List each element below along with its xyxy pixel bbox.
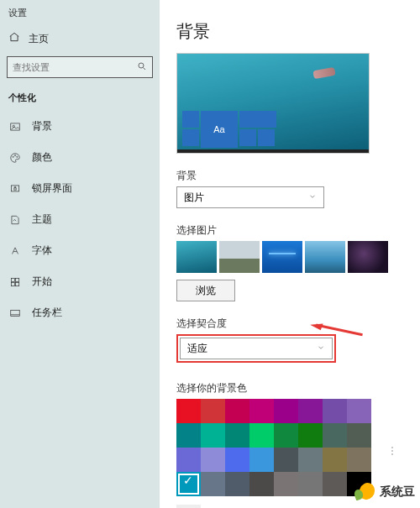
color-swatch[interactable] [249,472,274,496]
combo-value: 图片 [184,191,204,205]
color-swatch[interactable] [201,423,225,448]
color-swatch[interactable] [274,448,298,472]
color-swatch[interactable] [225,472,249,496]
color-swatch[interactable] [176,423,201,448]
search-icon [137,60,147,75]
color-swatch[interactable] [347,423,371,448]
annotation-highlight: 适应 [176,334,336,363]
color-swatch[interactable] [176,399,201,423]
color-swatch[interactable] [274,399,298,423]
thumbnail-1[interactable] [176,241,217,273]
sidebar-item-colors[interactable]: 颜色 [0,142,160,173]
color-swatch[interactable] [225,423,249,448]
svg-point-5 [14,154,15,155]
svg-rect-10 [16,278,19,281]
background-type-label: 背景 [176,169,407,183]
content-area: 背景 Aa 背景 图片 选择图片 [160,0,420,508]
color-swatch[interactable] [347,399,371,423]
nav-label: 任务栏 [32,306,62,320]
pick-image-label: 选择图片 [176,223,407,238]
svg-line-1 [144,68,146,71]
section-title: 个性化 [0,86,160,111]
color-swatch[interactable] [323,448,347,472]
nav-label: 主题 [32,212,52,227]
sidebar-item-fonts[interactable]: 字体 [0,235,160,266]
image-thumbnails [176,241,407,273]
sidebar-item-themes[interactable]: 主题 [0,204,160,235]
nav-label: 背景 [32,119,52,134]
home-icon [8,31,20,46]
font-icon [8,245,22,257]
svg-rect-8 [14,187,16,189]
color-swatch[interactable] [225,399,249,423]
chevron-down-icon [308,191,317,203]
color-swatch[interactable] [249,399,274,423]
home-button[interactable]: 主页 [0,24,160,53]
theme-icon [8,214,22,226]
watermark-text: 系统豆 [380,484,415,500]
sidebar-item-start[interactable]: 开始 [0,266,160,297]
nav-label: 锁屏界面 [32,181,72,196]
color-swatch-grid [176,399,371,496]
color-swatch[interactable] [298,448,323,472]
svg-rect-11 [11,282,14,285]
preview-tile-text: Aa [201,111,238,148]
search-field[interactable] [13,62,137,72]
color-swatch[interactable] [225,448,249,472]
svg-rect-12 [16,282,19,285]
background-preview: Aa [176,53,370,154]
color-swatch[interactable] [201,472,225,496]
color-swatch[interactable] [298,472,323,496]
home-label: 主页 [29,32,49,46]
thumbnail-3[interactable] [262,241,302,273]
color-swatch[interactable] [298,423,323,448]
color-swatch[interactable] [347,448,371,472]
watermark-logo [354,481,376,503]
nav-label: 开始 [32,275,52,289]
color-swatch[interactable] [323,399,347,423]
color-swatch[interactable] [298,399,323,423]
taskbar-icon [8,307,22,319]
combo-value: 适应 [187,342,207,356]
custom-color-button[interactable]: + [176,505,201,508]
color-swatch[interactable] [176,448,201,472]
thumbnail-5[interactable] [348,241,388,273]
preview-graphic [312,67,335,79]
thumbnail-4[interactable] [305,241,345,273]
svg-point-6 [17,156,18,157]
fit-combo[interactable]: 适应 [180,338,333,359]
thumbnail-2[interactable] [219,241,260,273]
sidebar: 设置 主页 个性化 背景 颜色 锁屏界面 主题 [0,0,160,508]
browse-button[interactable]: 浏览 [176,280,235,301]
color-swatch[interactable] [249,448,274,472]
app-title: 设置 [0,5,160,24]
fit-label: 选择契合度 [176,317,407,331]
search-input[interactable] [7,56,153,78]
background-type-combo[interactable]: 图片 [176,186,324,208]
svg-point-0 [139,63,144,68]
svg-marker-16 [310,318,324,332]
color-swatch[interactable] [323,472,347,496]
start-icon [8,276,22,288]
bg-color-label: 选择你的背景色 [176,381,407,395]
page-title: 背景 [176,20,407,43]
lock-screen-icon [8,183,22,195]
picture-icon [8,121,22,133]
more-icon[interactable]: ⋯ [386,446,398,458]
nav-label: 颜色 [32,150,52,165]
preview-start-mock: Aa [182,111,276,148]
sidebar-item-taskbar[interactable]: 任务栏 [0,297,160,328]
color-swatch[interactable] [201,399,225,423]
color-swatch[interactable] [274,472,298,496]
sidebar-item-lockscreen[interactable]: 锁屏界面 [0,173,160,204]
nav-label: 字体 [32,244,52,258]
color-swatch[interactable] [176,472,201,496]
color-swatch[interactable] [201,448,225,472]
sidebar-item-background[interactable]: 背景 [0,111,160,142]
color-swatch[interactable] [274,423,298,448]
svg-rect-9 [11,278,14,281]
color-swatch[interactable] [323,423,347,448]
color-swatch[interactable] [249,423,274,448]
palette-icon [8,152,22,164]
svg-rect-13 [11,310,20,316]
